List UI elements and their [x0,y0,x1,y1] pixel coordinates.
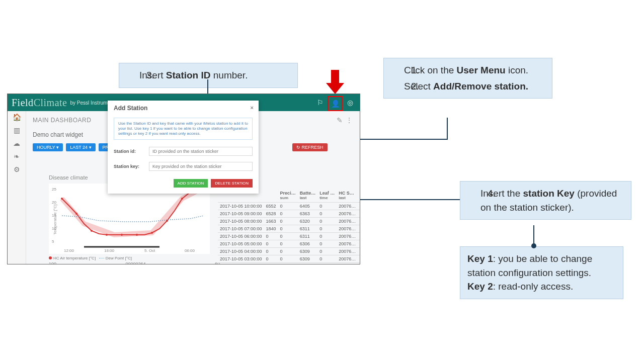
table-col: Preci…sum [278,190,298,203]
brand-logo: FieldClimate [12,97,67,109]
table-col: Batte…last [298,190,318,203]
table-col: HC S…last [337,190,358,203]
data-table: Preci…sumBatte…lastLeaf …timeHC S…lastHC… [218,190,360,264]
sidebar: 🏠 ▥ ☁ ❧ ⚙ [8,111,26,264]
add-station-button[interactable]: ADD STATION [174,179,208,188]
step1-num: 1. [411,63,419,77]
svg-point-16 [166,220,168,222]
chart-footer-left: 100 [49,261,56,264]
table-row: 2017-10-05 09:00:00652806363020076…14 [218,210,360,218]
svg-point-12 [106,234,108,236]
table-col: Leaf …time [317,190,337,203]
leaf-icon[interactable]: ❧ [14,152,20,160]
svg-text:18:00: 18:00 [104,248,115,253]
home-icon[interactable]: 🏠 [13,113,21,121]
station-id-label: Station id: [114,149,149,154]
chart-ylabel: Temperature [°C] [53,204,57,235]
last24-button[interactable]: LAST 24 ▾ [66,143,95,151]
callout-step3: 3. Insert Station ID number. [119,63,298,88]
table-row: 2017-10-05 07:00:00184006311020076…8.8 [218,225,360,233]
station-key-label: Station key: [114,164,149,169]
svg-point-15 [151,232,153,234]
chart-legend: HC Air temperature [°C] Dew Point [°C] [49,256,220,260]
svg-text:12:00: 12:00 [64,248,74,253]
connector-step1-v2 [447,118,448,140]
station-key-input[interactable] [149,162,253,171]
callout-step4: 4. Insert the station Key (provided on t… [460,181,631,220]
more-icon[interactable]: ⋮ [346,116,353,124]
modal-info: Use the Station ID and key that came wit… [114,118,253,140]
svg-point-14 [136,234,138,236]
chart-svg: 25 20 15 10 5 12:00 18:00 5. Oct 06:00 [49,184,210,254]
svg-point-10 [75,213,77,215]
flag-icon[interactable]: ⚐ [313,96,327,109]
connector-dot-keys [531,243,536,248]
refresh-button[interactable]: ↻ REFRESH [292,143,328,151]
keys-explainer: Key 1: you be able to change station con… [460,246,623,299]
svg-point-17 [181,198,183,200]
svg-text:5. Oct: 5. Oct [144,248,155,253]
table-row: 2017-10-05 04:00:00006309020076…9.5 [218,248,360,255]
table-row: 2017-10-05 06:00:00006311020076…9.0 [218,233,360,240]
table-row: 2017-10-05 03:00:00006309020076…9.6 [218,255,360,263]
table-row: 2017-10-05 05:00:00006306020076…9.0 [218,240,360,248]
svg-point-13 [121,234,123,236]
callout-steps12: 1. Click on the User Menu icon. 2. Selec… [383,58,552,99]
close-icon[interactable]: × [251,105,254,111]
user-menu-icon[interactable]: 👤 [328,96,343,111]
broadcast-icon[interactable]: ◎ [344,96,357,109]
table-col: HCavg [358,190,360,203]
step3-num: 3. [146,68,154,82]
step4-num: 4. [488,187,496,201]
add-station-modal: Add Station × Use the Station ID and key… [108,101,259,194]
dashboard-icon[interactable]: ▥ [14,126,20,134]
table-row: 2017-10-05 02:00:00006311020076…9.5 [218,263,360,265]
table-row: 2017-10-05 08:00:00166306320020076…11 [218,218,360,225]
hourly-button[interactable]: HOURLY ▾ [33,143,63,151]
chart-footer-mid: 00000264 [125,261,145,264]
weather-icon[interactable]: ☁ [13,139,20,147]
pencil-icon[interactable]: ✎ [337,116,343,124]
svg-point-9 [61,198,63,200]
step2-num: 2. [411,79,419,94]
delete-station-button[interactable]: DELETE STATION [211,179,253,188]
svg-text:5: 5 [52,239,54,244]
gear-icon[interactable]: ⚙ [14,165,20,173]
table-row: 2017-10-05 10:00:00655206405020076…17 [218,203,360,210]
station-id-input[interactable] [149,147,253,156]
dashboard-title: MAIN DASHBOARD [33,117,91,124]
svg-point-11 [91,230,93,232]
svg-text:06:00: 06:00 [185,248,195,253]
svg-text:25: 25 [52,187,56,192]
modal-title: Add Station [114,105,147,112]
